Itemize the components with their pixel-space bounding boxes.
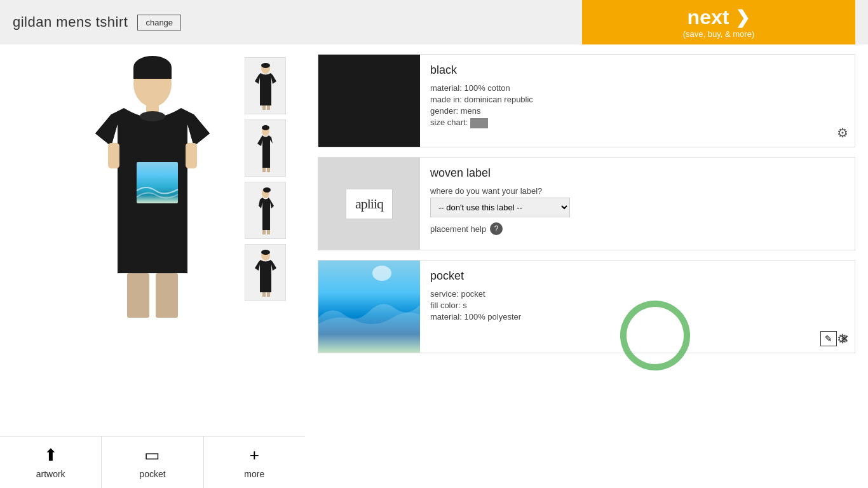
pocket-card-info: pocket service: pocket fill color: s mat… (420, 261, 855, 353)
svg-point-11 (261, 63, 270, 68)
pocket-material: material: 100% polyester (430, 312, 844, 322)
upload-icon: ⬆ (44, 445, 58, 465)
pocket-edit-button[interactable]: ✎ (820, 331, 837, 346)
pocket-card: pocket service: pocket fill color: s mat… (318, 260, 855, 353)
woven-card-title: woven label (430, 166, 844, 180)
header: gildan mens tshirt change next ❯ (save, … (0, 0, 868, 44)
more-label: more (244, 469, 264, 479)
black-shirt-preview (318, 55, 420, 147)
black-card-gear-icon[interactable]: ⚙ (837, 125, 848, 140)
tshirt-main-view (64, 51, 241, 324)
pocket-fill-color: fill color: s (430, 301, 844, 310)
label-placement-select[interactable]: -- don't use this label -- neck inside n… (430, 198, 570, 217)
right-panel: black material: 100% cotton made in: dom… (305, 44, 868, 488)
artwork-label: artwork (36, 469, 65, 479)
size-chart-icon (470, 118, 488, 128)
woven-label-card: apliiq woven label where do you want you… (318, 157, 855, 250)
black-card-image (318, 55, 420, 147)
black-card-info: black material: 100% cotton made in: dom… (420, 55, 855, 147)
next-subtitle: (save, buy, & more) (683, 29, 754, 39)
pocket-label: pocket (139, 469, 165, 479)
pocket-service: service: pocket (430, 289, 844, 299)
woven-question: where do you want your label? (430, 186, 844, 196)
thumbnail-side-left[interactable] (245, 182, 286, 239)
black-size-chart: size chart: (430, 118, 844, 128)
product-title: gildan mens tshirt (13, 14, 128, 30)
woven-brand-text: apliiq (355, 196, 383, 212)
svg-rect-17 (267, 168, 270, 172)
woven-card-info: woven label where do you want your label… (420, 158, 855, 250)
pocket-wave-preview (318, 261, 420, 353)
svg-rect-21 (267, 230, 270, 234)
svg-rect-16 (262, 168, 266, 172)
pocket-action[interactable]: ▭ pocket (102, 437, 203, 488)
svg-rect-6 (156, 273, 178, 318)
thumbnail-back[interactable] (245, 244, 286, 301)
next-button[interactable]: next ❯ (save, buy, & more) (582, 0, 855, 44)
pocket-icon: ▭ (144, 445, 160, 465)
more-action[interactable]: + more (204, 437, 305, 488)
svg-rect-8 (186, 143, 197, 168)
thumbnail-front[interactable] (245, 57, 286, 114)
svg-rect-24 (262, 292, 266, 297)
svg-point-19 (263, 187, 271, 193)
svg-rect-25 (267, 292, 270, 297)
help-icon[interactable]: ? (490, 222, 503, 235)
pocket-card-gear-icon[interactable]: ⚙ (837, 331, 848, 346)
thumbnail-list (245, 57, 286, 301)
black-gender: gender: mens (430, 106, 844, 116)
placement-help: placement help ? (430, 222, 844, 235)
change-button[interactable]: change (137, 15, 181, 30)
chevron-right-icon: ❯ (735, 7, 750, 28)
thumbnail-side-right[interactable] (245, 119, 286, 177)
svg-rect-2 (133, 67, 172, 79)
woven-label-preview: apliiq (346, 189, 393, 219)
svg-point-23 (261, 250, 270, 255)
svg-point-27 (372, 266, 391, 281)
woven-card-image: apliiq (318, 158, 420, 250)
pocket-card-image (318, 261, 420, 353)
next-label: next ❯ (688, 6, 750, 29)
plus-icon: + (250, 445, 259, 465)
artwork-action[interactable]: ⬆ artwork (0, 437, 102, 488)
placement-help-label: placement help (430, 224, 486, 234)
action-bar: ⬆ artwork ▭ pocket + more (0, 436, 305, 488)
svg-rect-20 (262, 230, 266, 234)
pocket-card-title: pocket (430, 269, 844, 283)
svg-point-4 (140, 111, 165, 121)
svg-rect-12 (262, 105, 266, 110)
svg-rect-5 (127, 273, 149, 318)
black-made-in: made in: dominican republic (430, 95, 844, 104)
svg-point-15 (262, 125, 269, 130)
main-content: ⬆ artwork ▭ pocket + more black material… (0, 44, 868, 488)
svg-rect-7 (108, 143, 119, 168)
svg-rect-13 (267, 105, 270, 110)
black-card-title: black (430, 64, 844, 77)
black-card: black material: 100% cotton made in: dom… (318, 54, 855, 147)
black-material: material: 100% cotton (430, 83, 844, 93)
tshirt-viewer: ⬆ artwork ▭ pocket + more (0, 44, 305, 488)
